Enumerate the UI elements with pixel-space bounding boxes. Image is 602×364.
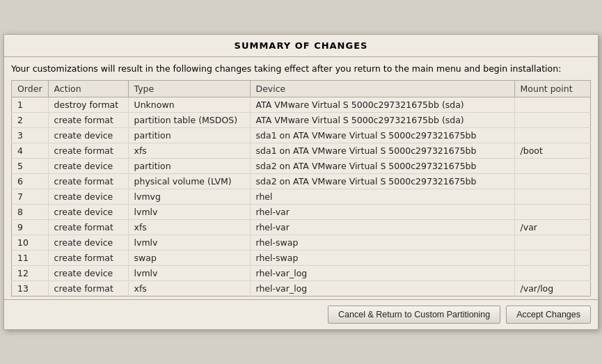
table-row: 6create formatphysical volume (LVM)sda2 … <box>12 174 591 189</box>
col-header-order: Order <box>12 81 49 97</box>
cell-type: partition table (MSDOS) <box>128 113 250 128</box>
cell-action: create device <box>48 128 128 143</box>
cell-mount <box>514 189 590 205</box>
cell-device: rhel-swap <box>250 235 514 251</box>
cell-order: 12 <box>12 266 49 281</box>
dialog-title: SUMMARY OF CHANGES <box>4 35 598 57</box>
table-row: 12create devicelvmlvrhel-var_log <box>12 266 591 281</box>
cell-mount: /var/log <box>514 281 590 296</box>
cell-type: lvmvg <box>128 189 250 205</box>
cell-type: xfs <box>128 281 250 296</box>
accept-button[interactable]: Accept Changes <box>506 306 591 324</box>
cell-mount <box>514 266 590 281</box>
cell-device: sda2 on ATA VMware Virtual S 5000c297321… <box>250 159 514 174</box>
cell-action: create format <box>48 220 128 235</box>
summary-dialog: SUMMARY OF CHANGES Your customizations w… <box>3 34 599 331</box>
table-header-row: Order Action Type Device Mount point <box>12 81 591 97</box>
changes-table: Order Action Type Device Mount point 1de… <box>11 80 591 296</box>
cell-device: ATA VMware Virtual S 5000c297321675bb (s… <box>250 113 514 128</box>
cell-order: 9 <box>12 220 49 235</box>
cell-mount <box>514 159 590 174</box>
cell-device: sda1 on ATA VMware Virtual S 5000c297321… <box>250 143 514 159</box>
cell-mount <box>514 113 590 128</box>
cell-action: create device <box>48 189 128 205</box>
cell-action: create format <box>48 174 128 189</box>
cell-mount <box>514 97 590 113</box>
cell-type: swap <box>128 251 250 266</box>
table-row: 10create devicelvmlvrhel-swap <box>12 235 591 251</box>
cell-type: physical volume (LVM) <box>128 174 250 189</box>
cell-type: xfs <box>128 143 250 159</box>
cell-device: rhel-var <box>250 205 514 220</box>
cell-device: sda1 on ATA VMware Virtual S 5000c297321… <box>250 128 514 143</box>
cell-order: 10 <box>12 235 49 251</box>
cell-mount <box>514 205 590 220</box>
col-header-mount: Mount point <box>514 81 590 97</box>
cell-order: 11 <box>12 251 49 266</box>
cell-mount <box>514 128 590 143</box>
table-row: 9create formatxfsrhel-var/var <box>12 220 591 235</box>
cell-order: 5 <box>12 159 49 174</box>
cell-order: 2 <box>12 113 49 128</box>
cell-action: create device <box>48 205 128 220</box>
cell-type: xfs <box>128 220 250 235</box>
cell-action: create format <box>48 143 128 159</box>
cell-type: lvmlv <box>128 205 250 220</box>
col-header-device: Device <box>250 81 514 97</box>
cell-device: rhel-var <box>250 220 514 235</box>
table-row: 1destroy formatUnknownATA VMware Virtual… <box>12 97 591 113</box>
dialog-footer: Cancel & Return to Custom Partitioning A… <box>4 299 598 329</box>
cell-mount: /boot <box>514 143 590 159</box>
cell-order: 3 <box>12 128 49 143</box>
cancel-button[interactable]: Cancel & Return to Custom Partitioning <box>328 306 500 324</box>
cell-type: partition <box>128 128 250 143</box>
table-row: 3create devicepartitionsda1 on ATA VMwar… <box>12 128 591 143</box>
cell-mount <box>514 235 590 251</box>
cell-type: lvmlv <box>128 235 250 251</box>
cell-action: create format <box>48 251 128 266</box>
cell-device: rhel-var_log <box>250 281 514 296</box>
dialog-body: Your customizations will result in the f… <box>4 57 598 297</box>
cell-action: create device <box>48 266 128 281</box>
cell-order: 4 <box>12 143 49 159</box>
cell-action: create device <box>48 235 128 251</box>
cell-action: create format <box>48 281 128 296</box>
cell-order: 6 <box>12 174 49 189</box>
cell-action: create format <box>48 113 128 128</box>
cell-type: partition <box>128 159 250 174</box>
cell-order: 13 <box>12 281 49 296</box>
cell-action: destroy format <box>48 97 128 113</box>
table-row: 4create formatxfssda1 on ATA VMware Virt… <box>12 143 591 159</box>
table-row: 8create devicelvmlvrhel-var <box>12 205 591 220</box>
cell-type: Unknown <box>128 97 250 113</box>
cell-mount <box>514 251 590 266</box>
cell-mount <box>514 174 590 189</box>
table-row: 13create formatxfsrhel-var_log/var/log <box>12 281 591 296</box>
cell-action: create device <box>48 159 128 174</box>
cell-device: rhel-swap <box>250 251 514 266</box>
table-row: 7create devicelvmvgrhel <box>12 189 591 205</box>
cell-device: rhel <box>250 189 514 205</box>
cell-order: 8 <box>12 205 49 220</box>
cell-device: rhel-var_log <box>250 266 514 281</box>
cell-mount: /var <box>514 220 590 235</box>
col-header-action: Action <box>48 81 128 97</box>
summary-text: Your customizations will result in the f… <box>11 63 591 75</box>
cell-order: 1 <box>12 97 49 113</box>
cell-order: 7 <box>12 189 49 205</box>
table-row: 5create devicepartitionsda2 on ATA VMwar… <box>12 159 591 174</box>
cell-device: ATA VMware Virtual S 5000c297321675bb (s… <box>250 97 514 113</box>
col-header-type: Type <box>128 81 250 97</box>
table-row: 11create formatswaprhel-swap <box>12 251 591 266</box>
cell-device: sda2 on ATA VMware Virtual S 5000c297321… <box>250 174 514 189</box>
cell-type: lvmlv <box>128 266 250 281</box>
table-row: 2create formatpartition table (MSDOS)ATA… <box>12 113 591 128</box>
